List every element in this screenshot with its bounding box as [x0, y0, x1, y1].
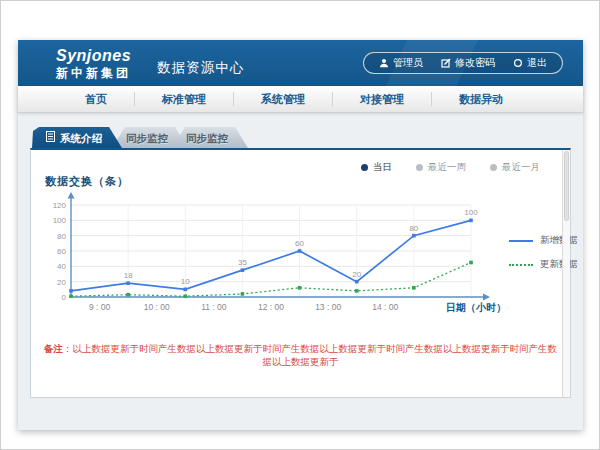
radio-unselected-icon [490, 164, 497, 171]
page-title: 数据资源中心 [157, 59, 244, 77]
user-menu-change-password-label: 修改密码 [455, 56, 495, 70]
svg-text:80: 80 [57, 232, 66, 241]
footnote-label: 备注 [44, 343, 63, 354]
nav-item-system-mgmt[interactable]: 系统管理 [234, 92, 332, 107]
svg-text:9 : 00: 9 : 00 [89, 302, 111, 312]
range-option-today[interactable]: 当日 [361, 160, 392, 174]
footnote-text: ：以上数据更新于时间产生数据以上数据更新于时间产生数据以上数据更新于时间产生数据… [63, 343, 557, 367]
main-nav: 首页 标准管理 系统管理 对接管理 数据异动 [18, 86, 583, 113]
svg-text:10 : 00: 10 : 00 [144, 302, 170, 312]
logo-text-en: Synjones [56, 48, 131, 64]
user-menu-admin[interactable]: 管理员 [370, 56, 432, 70]
user-menu-change-password[interactable]: 修改密码 [432, 56, 504, 70]
svg-text:日期（小时）: 日期（小时） [446, 302, 506, 313]
power-icon [513, 58, 523, 68]
svg-text:13 : 00: 13 : 00 [315, 302, 341, 312]
panel-scrollbar[interactable] [562, 150, 570, 397]
svg-text:20: 20 [352, 270, 361, 279]
range-option-last-month[interactable]: 最近一月 [490, 160, 540, 174]
dotted-line-icon [509, 264, 533, 266]
chart-region: 数据交换（条） 0204060801001209 : 0010 : 0011 :… [31, 174, 570, 331]
user-menu-admin-label: 管理员 [393, 56, 423, 70]
range-option-last-month-label: 最近一月 [502, 161, 540, 174]
user-menu-logout-label: 退出 [527, 56, 547, 70]
company-logo: Synjones 新中新集团 [56, 48, 131, 79]
nav-item-data-change[interactable]: 数据异动 [432, 92, 530, 107]
svg-text:11 : 00: 11 : 00 [201, 302, 227, 312]
svg-text:20: 20 [57, 278, 66, 287]
svg-text:10: 10 [181, 277, 190, 286]
svg-text:100: 100 [53, 216, 67, 225]
tab-system-intro-label: 系统介绍 [60, 127, 102, 149]
radio-selected-icon [361, 164, 368, 171]
legend-new-data-label: 新增数据 [540, 234, 578, 247]
legend-update-data-label: 更新数据 [540, 258, 578, 271]
line-chart: 0204060801001209 : 0010 : 0011 : 0012 : … [31, 189, 509, 331]
tab-bar: 系统介绍 同步监控 同步监控 [32, 127, 571, 148]
content-area: 系统介绍 同步监控 同步监控 当日 最近一周 [18, 113, 583, 398]
range-option-last-week[interactable]: 最近一周 [416, 160, 466, 174]
svg-text:18: 18 [124, 271, 133, 280]
nav-item-home[interactable]: 首页 [58, 92, 134, 107]
solid-line-icon [509, 240, 533, 242]
logo-text-cn: 新中新集团 [56, 67, 131, 79]
nav-item-connect-mgmt[interactable]: 对接管理 [333, 92, 431, 107]
svg-text:60: 60 [57, 247, 66, 256]
svg-text:80: 80 [409, 224, 418, 233]
footnote: 备注：以上数据更新于时间产生数据以上数据更新于时间产生数据以上数据更新于时间产生… [31, 343, 570, 369]
y-axis-title: 数据交换（条） [45, 174, 509, 189]
svg-text:0: 0 [62, 293, 67, 302]
document-icon [46, 127, 55, 149]
svg-text:100: 100 [464, 208, 478, 217]
svg-text:14 : 00: 14 : 00 [372, 302, 398, 312]
app-header: Synjones 新中新集团 数据资源中心 管理员 修改密码 退出 [18, 40, 583, 86]
nav-item-standard-mgmt[interactable]: 标准管理 [135, 92, 233, 107]
tab-system-intro[interactable]: 系统介绍 [32, 127, 122, 148]
svg-text:12 : 00: 12 : 00 [258, 302, 284, 312]
time-range-selector: 当日 最近一周 最近一月 [31, 150, 570, 174]
user-icon [379, 58, 389, 68]
user-menu-logout[interactable]: 退出 [504, 56, 556, 70]
scrollbar-thumb[interactable] [564, 151, 569, 221]
svg-text:35: 35 [238, 258, 247, 267]
app-window: Synjones 新中新集团 数据资源中心 管理员 修改密码 退出 [18, 40, 583, 430]
user-menu: 管理员 修改密码 退出 [363, 52, 563, 74]
tab-sync-monitor-1-label: 同步监控 [126, 127, 168, 149]
tab-sync-monitor-2-label: 同步监控 [186, 127, 228, 149]
range-option-today-label: 当日 [373, 161, 392, 174]
svg-text:120: 120 [53, 201, 67, 210]
edit-icon [441, 58, 451, 68]
tab-sync-monitor-2[interactable]: 同步监控 [172, 127, 248, 148]
svg-text:60: 60 [295, 239, 304, 248]
radio-unselected-icon [416, 164, 423, 171]
svg-text:40: 40 [57, 262, 66, 271]
chart-panel: 当日 最近一周 最近一月 数据交换（条） 0204060801001209 : … [30, 148, 571, 398]
range-option-last-week-label: 最近一周 [428, 161, 466, 174]
